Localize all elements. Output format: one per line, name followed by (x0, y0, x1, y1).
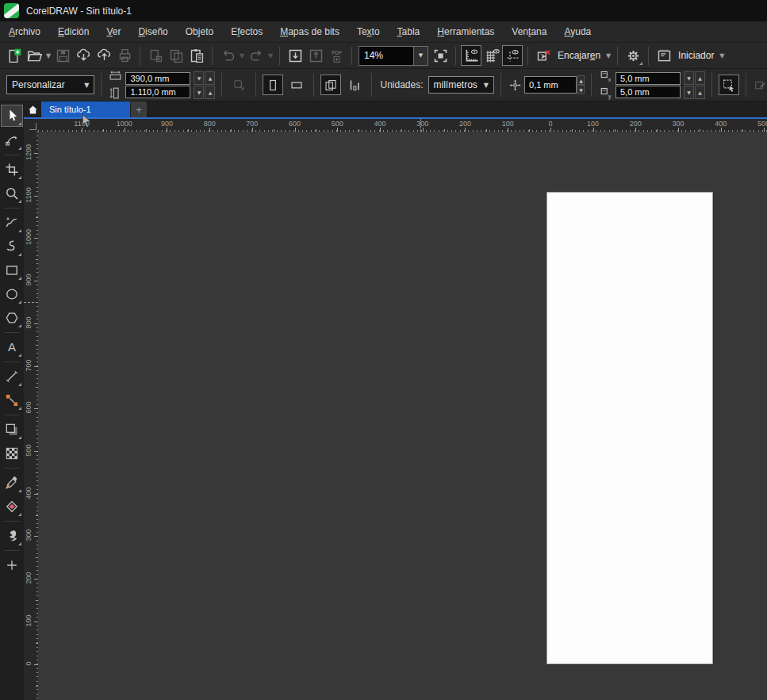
duplicate-x-field[interactable] (616, 72, 681, 85)
page-width-field[interactable] (125, 72, 190, 85)
artistic-media-tool[interactable] (2, 236, 22, 257)
page-width-spinner[interactable]: ▼▲ (194, 71, 215, 85)
snap-disabled-button[interactable] (533, 45, 554, 66)
zoom-level-value[interactable]: 14% (359, 47, 413, 65)
v-ruler-label: 400 (25, 482, 33, 504)
mouse-cursor (79, 113, 95, 128)
drop-shadow-tool[interactable] (2, 419, 22, 440)
ellipse-tool[interactable] (2, 284, 22, 304)
connector-tool[interactable] (2, 390, 22, 411)
launcher-button[interactable]: Iniciador (674, 50, 718, 61)
chevron-down-icon[interactable]: ▼ (44, 52, 52, 59)
all-pages-button[interactable] (320, 75, 341, 95)
rectangle-tool[interactable] (2, 260, 22, 281)
h-ruler-cursor-marker (420, 119, 422, 132)
welcome-home-tab[interactable] (24, 101, 41, 117)
h-ruler-label: 800 (204, 120, 216, 128)
menu-tabla[interactable]: Tabla (389, 22, 429, 42)
h-ruler-label: 0 (548, 120, 552, 128)
menu-herramientas[interactable]: Herramientas (428, 22, 503, 42)
undo-button (217, 45, 238, 66)
show-rulers-button[interactable] (461, 45, 481, 66)
crop-tool[interactable] (2, 159, 22, 180)
transparency-tool[interactable] (2, 443, 22, 464)
smart-fill-tool[interactable] (2, 496, 22, 517)
page-size-preset-dropdown[interactable]: Personalizar▼ (6, 75, 94, 94)
toolbar-separator (455, 47, 456, 65)
pdf-button: PDF (326, 45, 347, 66)
eyedropper-tool[interactable] (2, 472, 22, 493)
duplicate-y-spinner[interactable]: ▼▲ (684, 86, 705, 99)
menu-mapas-de-bits[interactable]: Mapas de bits (271, 22, 348, 42)
fullscreen-preview-button[interactable] (430, 45, 451, 66)
coreldraw-logo-icon (4, 3, 19, 18)
menu-ver[interactable]: Ver (98, 22, 129, 42)
redo-button (246, 45, 267, 66)
cloud-export-button[interactable] (94, 45, 114, 66)
duplicate-y-icon: y (598, 86, 612, 101)
chevron-down-icon[interactable]: ▼ (718, 52, 726, 59)
zoom-tool[interactable] (2, 183, 22, 204)
freehand-tool[interactable] (2, 212, 22, 233)
toolbar-separator (527, 47, 528, 65)
vertical-ruler[interactable]: 1200110010009008007006005004003002001000 (24, 132, 38, 700)
h-ruler-label: 1000 (117, 120, 132, 128)
menu-objeto[interactable]: Objeto (177, 22, 222, 42)
menu-ventana[interactable]: Ventana (503, 22, 555, 42)
interactive-fill-tool[interactable] (2, 526, 22, 546)
show-grid-button[interactable] (481, 45, 502, 66)
v-ruler-label: 800 (25, 312, 33, 334)
dimension-tool[interactable] (2, 366, 22, 387)
v-ruler-label: 1000 (25, 226, 33, 248)
new-document-button[interactable] (3, 45, 24, 66)
toolbox: A (0, 101, 24, 700)
menu-efectos[interactable]: Efectos (222, 22, 271, 42)
menu-ayuda[interactable]: Ayuda (555, 22, 600, 42)
menu-edicion[interactable]: Edición (49, 22, 98, 42)
drawing-canvas[interactable] (38, 132, 767, 700)
portrait-button[interactable] (263, 75, 283, 95)
duplicate-y-field[interactable] (616, 86, 681, 98)
add-tools-button[interactable] (2, 555, 22, 576)
portrait-icon (266, 78, 280, 92)
menu-archivo[interactable]: Archivo (0, 22, 49, 42)
document-page[interactable] (546, 192, 713, 664)
menu-diseno[interactable]: Diseño (129, 22, 176, 42)
duplicate-x-spinner[interactable]: ▼▲ (684, 71, 705, 85)
cloud-import-button[interactable] (73, 45, 94, 66)
snap-to-button[interactable]: Encajar en (554, 50, 604, 61)
nudge-distance-field[interactable] (524, 76, 577, 94)
current-page-button[interactable] (344, 75, 365, 95)
landscape-button[interactable] (286, 75, 307, 95)
polygon-tool[interactable] (2, 308, 22, 328)
toolbar-separator (351, 47, 352, 65)
open-folder-button[interactable] (24, 45, 44, 66)
import-box-button[interactable] (285, 45, 305, 66)
save-button (52, 45, 73, 66)
zoom-level-dropdown-button[interactable]: ▼ (413, 47, 428, 65)
window-title: CorelDRAW - Sin título-1 (26, 6, 132, 17)
options-gear-button[interactable] (623, 45, 643, 66)
zoom-level-combobox[interactable]: 14%▼ (359, 46, 428, 66)
horizontal-ruler[interactable]: 1100100090080070060050040030020010001002… (38, 119, 767, 132)
units-dropdown[interactable]: milímetros▼ (428, 76, 495, 94)
nudge-spinner[interactable]: ▲▼ (577, 75, 585, 94)
ruler-origin-corner[interactable] (24, 119, 38, 132)
page-height-field[interactable] (125, 86, 190, 98)
chevron-down-icon[interactable]: ▼ (604, 52, 612, 59)
pick-tool[interactable] (1, 105, 23, 127)
title-bar: CorelDRAW - Sin título-1 (0, 0, 767, 21)
shape-tool[interactable] (2, 130, 22, 151)
v-ruler-label: 500 (25, 439, 33, 461)
text-tool[interactable]: A (2, 337, 22, 358)
launcher-panel-button[interactable] (654, 45, 674, 66)
v-ruler-label: 700 (25, 354, 33, 377)
menu-texto[interactable]: Texto (348, 22, 389, 42)
copy-button (166, 45, 186, 66)
toolbox-separator (4, 361, 20, 362)
paste-button[interactable] (186, 45, 207, 66)
new-document-tab-button[interactable]: + (131, 101, 147, 117)
show-guidelines-button[interactable] (502, 45, 523, 66)
page-height-spinner[interactable]: ▼▲ (194, 86, 215, 99)
treat-as-filled-button[interactable] (719, 75, 739, 95)
